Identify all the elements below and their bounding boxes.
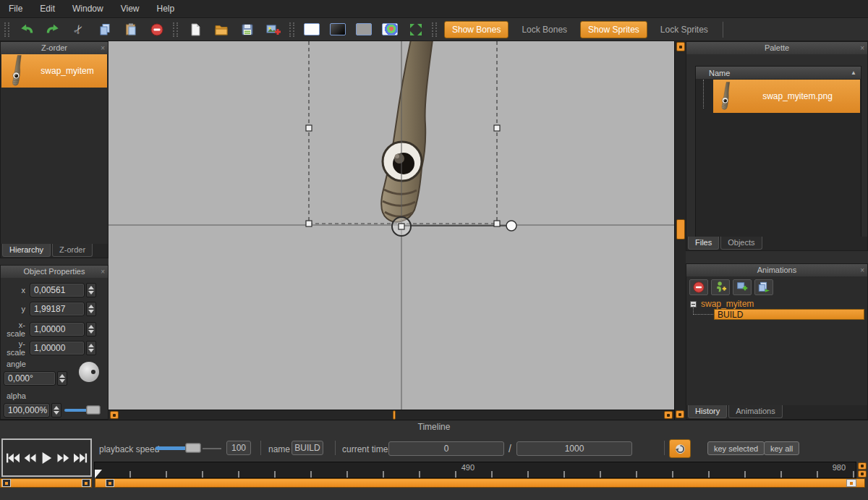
playback-speed-slider-track[interactable] (203, 448, 221, 449)
toolbar-grip[interactable] (289, 22, 294, 37)
menu-file[interactable]: File (9, 4, 22, 14)
alpha-slider-handle[interactable] (86, 405, 101, 415)
bg-color-icon[interactable] (380, 20, 399, 39)
show-bones-button[interactable]: Show Bones (444, 21, 509, 38)
next-keyframe-icon[interactable] (56, 452, 70, 465)
bg-gray-icon[interactable] (354, 20, 373, 39)
sprite-swap-myitem[interactable] (381, 41, 433, 222)
playback-speed-field[interactable]: 100 (226, 441, 251, 455)
angle-field[interactable]: 0,000° (4, 371, 56, 386)
y-scale-field[interactable]: 1,00000 (30, 341, 85, 355)
tab-zorder[interactable]: Z-order (52, 244, 93, 257)
key-all-button[interactable]: key all (764, 441, 799, 455)
y-scale-spinner[interactable] (86, 341, 96, 355)
palette-column-header[interactable]: Name ▲ (696, 67, 861, 79)
animation-tree-root-row[interactable]: swap_myitem (690, 299, 754, 309)
playback-speed-slider-fill[interactable] (156, 446, 188, 450)
duplicate-animation-icon[interactable] (754, 279, 773, 295)
y-field[interactable]: 1,99187 (30, 302, 85, 316)
angle-dial[interactable] (79, 362, 99, 382)
play-icon[interactable] (40, 451, 53, 465)
new-animation-icon[interactable] (711, 279, 730, 295)
x-spinner[interactable] (86, 283, 96, 297)
delete-animation-icon[interactable] (689, 279, 708, 295)
zorder-item-swap-myitem[interactable]: swap_myitem (1, 54, 107, 88)
animation-name-field[interactable]: BUILD (292, 441, 323, 455)
ruler-scroll-up-button[interactable] (858, 462, 867, 470)
timeline-ruler[interactable]: 490 980 (94, 462, 856, 478)
delete-icon[interactable] (148, 20, 166, 39)
x-scale-spinner[interactable] (86, 322, 96, 336)
fit-view-icon[interactable] (407, 20, 425, 39)
save-icon[interactable] (238, 20, 257, 39)
keyframe-marker[interactable] (106, 479, 114, 487)
selection-handle-bottom-left[interactable] (306, 221, 312, 226)
animation-item-build[interactable]: BUILD (714, 309, 864, 320)
close-icon[interactable]: × (860, 264, 864, 276)
angle-spinner[interactable] (57, 371, 67, 386)
menu-view[interactable]: View (121, 4, 140, 14)
alpha-spinner[interactable] (51, 403, 61, 418)
cut-icon[interactable]: ✂ (69, 20, 88, 39)
timeline-track[interactable] (95, 478, 865, 488)
menu-help[interactable]: Help (157, 4, 175, 14)
rotation-handle[interactable] (506, 221, 516, 231)
palette-item-swap-myitem-png[interactable]: swap_myitem.png (713, 80, 860, 113)
timeline-track-left[interactable] (0, 478, 92, 488)
x-scale-field[interactable]: 1,00000 (30, 322, 85, 336)
new-file-icon[interactable] (186, 20, 205, 39)
canvas-hscroll-right-button[interactable] (664, 411, 673, 419)
redo-icon[interactable] (43, 20, 62, 39)
copy-icon[interactable] (95, 20, 114, 39)
tab-hierarchy[interactable]: Hierarchy (2, 244, 51, 257)
tab-history[interactable]: History (688, 405, 727, 418)
open-folder-icon[interactable] (212, 20, 231, 39)
canvas-hscroll-left-button[interactable] (110, 411, 119, 419)
keyframe-marker-end[interactable] (846, 479, 856, 487)
playhead-marker[interactable] (95, 470, 102, 478)
alpha-field[interactable]: 100,000% (4, 403, 50, 418)
selection-handle-bottom-right[interactable] (494, 221, 500, 226)
keyframe-marker[interactable] (2, 479, 11, 487)
lock-bones-button[interactable]: Lock Bones (514, 22, 574, 38)
jump-to-start-icon[interactable] (5, 452, 21, 465)
ruler-scroll-down-button[interactable] (858, 470, 867, 478)
close-icon[interactable]: × (860, 42, 864, 54)
paste-icon[interactable] (122, 20, 140, 39)
import-image-icon[interactable] (264, 20, 283, 39)
close-icon[interactable]: × (101, 42, 105, 54)
canvas-viewport[interactable] (109, 41, 674, 410)
selection-handle-mid-right[interactable] (494, 125, 500, 131)
sort-ascending-icon[interactable]: ▲ (851, 69, 856, 76)
menu-edit[interactable]: Edit (40, 4, 55, 14)
keyframe-marker[interactable] (82, 479, 90, 487)
previous-keyframe-icon[interactable] (23, 452, 38, 465)
tab-animations[interactable]: Animations (728, 405, 782, 418)
canvas-vscroll-top-button[interactable] (676, 42, 685, 51)
tab-files[interactable]: Files (688, 237, 719, 250)
x-field[interactable]: 0,00561 (30, 283, 85, 297)
key-selected-button[interactable]: key selected (707, 441, 765, 455)
toolbar-grip[interactable] (4, 22, 9, 37)
canvas-scroll-corner-button[interactable] (676, 410, 684, 418)
alpha-slider-track[interactable] (64, 409, 89, 412)
selection-handle-bottom-center[interactable] (399, 224, 404, 229)
close-icon[interactable]: × (101, 266, 105, 278)
tab-objects[interactable]: Objects (720, 237, 762, 250)
selection-handle-mid-left[interactable] (306, 125, 312, 131)
show-sprites-button[interactable]: Show Sprites (580, 21, 647, 38)
auto-key-button[interactable] (669, 439, 691, 458)
toolbar-grip[interactable] (173, 22, 178, 37)
canvas-horizontal-scrollbar[interactable] (109, 410, 674, 420)
playback-speed-slider-handle[interactable] (185, 443, 201, 453)
y-spinner[interactable] (86, 302, 96, 316)
bg-black-icon[interactable] (328, 20, 347, 39)
current-time-field[interactable]: 0 (388, 441, 504, 456)
jump-to-end-icon[interactable] (72, 452, 88, 465)
canvas-vscroll-thumb[interactable] (676, 219, 685, 240)
toolbar-grip[interactable] (432, 22, 437, 37)
menu-window[interactable]: Window (72, 4, 103, 14)
total-time-field[interactable]: 1000 (516, 441, 632, 456)
new-animation-from-object-icon[interactable] (733, 279, 752, 295)
canvas-vertical-scrollbar[interactable] (674, 41, 686, 420)
